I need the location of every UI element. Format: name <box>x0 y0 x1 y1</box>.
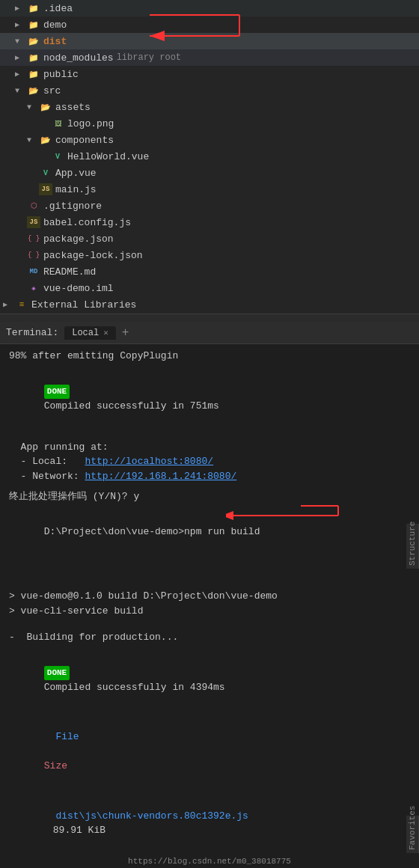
item-label: .gitignore <box>43 201 102 212</box>
file-name-1: dist\js\chunk-vendors.80c1392e.js <box>44 810 248 822</box>
terminal-label: Terminal: <box>6 327 58 338</box>
arrow-icon <box>15 20 27 29</box>
tree-item-external-libraries[interactable]: ≡ External Libraries <box>0 296 419 313</box>
terminal-tab-bar: Terminal: Local ✕ + <box>0 322 419 344</box>
blank <box>9 428 410 434</box>
item-label: package-lock.json <box>43 250 143 261</box>
tree-item-components[interactable]: 📂 components <box>0 132 419 148</box>
side-label-favorites: Favorites <box>406 816 419 853</box>
arrow-icon <box>15 4 27 13</box>
terminal-line-done-4394: DONE Compiled successfully in 4394ms <box>9 651 410 709</box>
side-label-structure: Structure <box>406 524 419 569</box>
vue-file-icon: V <box>39 167 52 179</box>
done-badge-2: DONE <box>44 666 70 680</box>
tree-item-vuedemo[interactable]: ◈ vue-demo.iml <box>0 280 419 296</box>
tree-item-assets[interactable]: 📂 assets <box>0 99 419 115</box>
item-label-node-modules: node_modules <box>43 52 114 64</box>
item-label: App.vue <box>55 168 97 179</box>
terminal-line-running-at: App running at: <box>9 440 410 455</box>
tree-item-packagejson[interactable]: { } package.json <box>0 230 419 247</box>
item-label: package.json <box>43 233 114 245</box>
terminal-line-chinese: 终止批处理操作吗 (Y/N)? y <box>9 489 410 504</box>
item-label: public <box>43 69 79 80</box>
item-label: src <box>43 85 61 97</box>
file-tree: 📁 .idea 📁 demo 📂 dist 📁 node_modules lib… <box>0 0 419 314</box>
tree-item-idea[interactable]: 📁 .idea <box>0 0 419 16</box>
tree-item-appvue[interactable]: V App.vue <box>0 165 419 181</box>
tree-item-src[interactable]: 📂 src <box>0 82 419 99</box>
blank <box>9 434 410 440</box>
iml-file-icon: ◈ <box>27 282 40 294</box>
arrow-icon <box>15 70 27 79</box>
terminal-line-file1: dist\js\chunk-vendors.80c1392e.js 89.91 … <box>9 794 410 852</box>
size-header: Size <box>44 760 67 771</box>
terminal-tab-local[interactable]: Local ✕ <box>64 326 116 340</box>
terminal-body: 98% after emitting CopyPlugin DONE Compi… <box>0 344 419 868</box>
terminal-line-vue-build2: > vue-cli-service build <box>9 604 410 619</box>
terminal-line-vue-build1: > vue-demo@0.1.0 build D:\Project\don\vu… <box>9 589 410 604</box>
git-file-icon: ⬡ <box>27 200 40 212</box>
folder-icon: 📁 <box>27 68 40 80</box>
tree-item-packagelock[interactable]: { } package-lock.json <box>0 247 419 263</box>
blank <box>9 583 410 589</box>
arrow-icon <box>3 300 15 309</box>
terminal-tab-label: Local <box>72 328 99 338</box>
item-label: assets <box>55 102 91 113</box>
tree-item-helloworld[interactable]: V HelloWorld.vue <box>0 148 419 165</box>
item-label-extlibs: External Libraries <box>31 299 136 311</box>
js-file-icon: JS <box>39 183 52 195</box>
item-label-dist: dist <box>43 36 67 47</box>
terminal-line-building: - Building for production... <box>9 630 410 645</box>
json-file-icon: { } <box>27 233 40 245</box>
tree-item-mainjs[interactable]: JS main.js <box>0 181 419 198</box>
folder-icon: 📁 <box>27 19 40 31</box>
item-label: README.md <box>43 266 96 278</box>
arrow-icon <box>15 53 27 62</box>
compiled-text-4394: Compiled successfully in 4394ms <box>44 682 225 693</box>
item-label: logo.png <box>67 118 114 129</box>
item-label: components <box>55 135 114 146</box>
local-link[interactable]: http://localhost:8080/ <box>85 456 213 467</box>
file-header: File <box>44 731 79 742</box>
tree-item-scratches[interactable]: ✎ Scratches and Consoles <box>0 313 419 314</box>
item-label: demo <box>43 19 67 31</box>
tree-item-node-modules[interactable]: 📁 node_modules library root <box>0 49 419 66</box>
folder-open-icon: 📂 <box>39 134 52 146</box>
folder-open-icon: 📂 <box>27 35 40 47</box>
folder-open-icon: 📂 <box>27 85 40 97</box>
item-label: HelloWorld.vue <box>67 151 149 162</box>
compiled-text-751: Compiled successfully in 751ms <box>44 400 219 412</box>
arrow-icon <box>15 87 27 95</box>
folder-open-icon: 📂 <box>39 101 52 113</box>
arrow-icon <box>15 37 27 46</box>
blank <box>9 618 410 624</box>
blank <box>9 709 410 715</box>
terminal-line-npm-build: D:\Project\don\vue-demo>npm run build <box>9 510 410 584</box>
folder-icon: 📁 <box>27 52 40 64</box>
item-label: main.js <box>55 184 97 195</box>
external-lib-icon: ≡ <box>15 299 28 311</box>
network-link[interactable]: http://192.168.1.241:8080/ <box>85 471 236 482</box>
bottom-url-bar: https://blog.csdn.net/m0_38018775 <box>0 855 419 868</box>
blank <box>9 483 410 489</box>
json-file-icon: { } <box>27 249 40 261</box>
done-badge: DONE <box>44 385 70 399</box>
terminal-close-button[interactable]: ✕ <box>103 328 108 337</box>
tree-item-logo[interactable]: 🖼 logo.png <box>0 115 419 132</box>
terminal-section: Terminal: Local ✕ + 98% after emitting C… <box>0 322 419 868</box>
arrow-icon <box>27 103 39 111</box>
png-file-icon: 🖼 <box>51 117 64 129</box>
tree-item-readme[interactable]: MD README.md <box>0 263 419 280</box>
folder-icon: 📁 <box>27 2 40 14</box>
vue-file-icon: V <box>51 150 64 162</box>
tree-item-gitignore[interactable]: ⬡ .gitignore <box>0 198 419 214</box>
tree-item-demo[interactable]: 📁 demo <box>0 16 419 33</box>
tree-item-babel[interactable]: JS babel.config.js <box>0 214 419 230</box>
library-root-text: library root <box>117 52 181 63</box>
tree-item-public[interactable]: 📁 public <box>0 66 419 82</box>
terminal-line-network: - Network: http://192.168.1.241:8080/ <box>9 469 410 484</box>
tree-item-dist[interactable]: 📂 dist <box>0 33 419 49</box>
item-label: vue-demo.iml <box>43 283 114 294</box>
js-file-icon: JS <box>27 216 40 228</box>
terminal-add-button[interactable]: + <box>122 326 129 340</box>
